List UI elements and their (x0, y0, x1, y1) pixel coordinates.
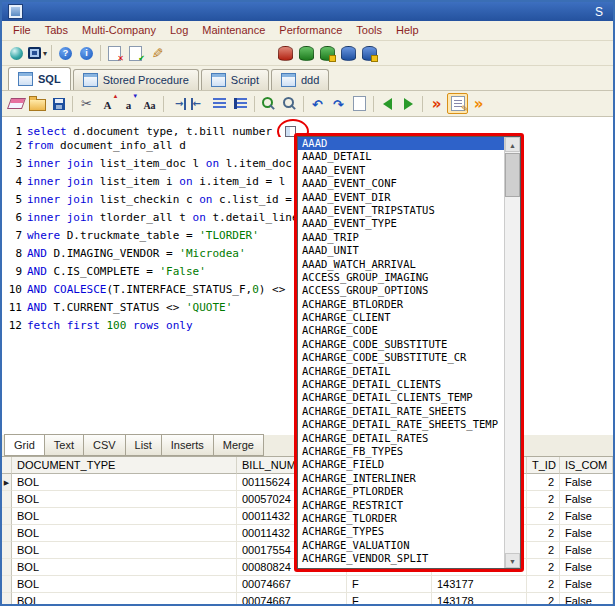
check-document-button[interactable] (125, 43, 146, 64)
autocomplete-item[interactable]: ACHARGE_VENDOR_SPLIT (298, 552, 504, 565)
eraser-button[interactable] (6, 93, 27, 114)
grid-cell: False (560, 542, 613, 559)
help-button[interactable]: ? (55, 43, 76, 64)
autocomplete-item[interactable]: ACHARGE_CLIENT (298, 311, 504, 324)
capitalize-button[interactable] (139, 93, 160, 114)
autocomplete-item[interactable]: ACHARGE_DETAIL_RATE_SHEETS_TEMP (298, 418, 504, 431)
autocomplete-item[interactable]: ACHARGE_RESTRICT (298, 499, 504, 512)
database-green-button[interactable] (296, 43, 317, 64)
nav-back-button[interactable] (377, 93, 398, 114)
autocomplete-item[interactable]: AAAD_EVENT_TRIPSTATUS (298, 204, 504, 217)
scroll-up-icon[interactable]: ▲ (505, 137, 520, 152)
grid-column-header[interactable]: IS_COM (560, 457, 613, 474)
menu-file[interactable]: File (6, 21, 38, 40)
autocomplete-item[interactable]: ACHARGE_INTERLINER (298, 472, 504, 485)
autocomplete-item[interactable]: AAAD_EVENT (298, 164, 504, 177)
autocomplete-item[interactable]: AAAD_TRIP (298, 231, 504, 244)
result-tab-grid[interactable]: Grid (4, 434, 45, 456)
autocomplete-item[interactable]: ACHARGE_TLORDER (298, 512, 504, 525)
outdent-button[interactable] (188, 93, 209, 114)
menu-tabs[interactable]: Tabs (38, 21, 75, 40)
result-tab-text[interactable]: Text (45, 434, 84, 456)
autocomplete-item[interactable]: ACHARGE_VALUATION (298, 539, 504, 552)
autocomplete-item[interactable]: ACHARGE_FB_TYPES (298, 445, 504, 458)
autocomplete-item[interactable]: ACHARGE_PTLORDER (298, 485, 504, 498)
tab-sql[interactable]: SQL (8, 67, 71, 90)
autocomplete-item[interactable]: ACHARGE_DETAIL (298, 365, 504, 378)
tab-ddd[interactable]: ddd (271, 69, 329, 90)
uppercase-button[interactable] (97, 93, 118, 114)
autocomplete-button[interactable] (447, 93, 468, 114)
autocomplete-item[interactable]: ACCESS_GROUP_OPTIONS (298, 284, 504, 297)
autocomplete-item[interactable]: AAAD_EVENT_DIR (298, 191, 504, 204)
grid-row[interactable]: BOL00074667F1431772False (2, 576, 613, 593)
save-button[interactable] (48, 93, 69, 114)
result-tab-csv[interactable]: CSV (84, 434, 126, 456)
autocomplete-item[interactable]: ACHARGE_TYPES (298, 525, 504, 538)
cut-button[interactable] (76, 93, 97, 114)
code-segment: where (27, 229, 60, 242)
database-refresh-button[interactable] (275, 43, 296, 64)
clear-document-button[interactable] (104, 43, 125, 64)
menu-tools[interactable]: Tools (349, 21, 389, 40)
result-tab-merge[interactable]: Merge (214, 434, 264, 456)
database-green-lock-button[interactable] (317, 43, 338, 64)
open-folder-button[interactable] (27, 93, 48, 114)
zoom-in-button[interactable] (258, 93, 279, 114)
lowercase-button[interactable] (118, 93, 139, 114)
code-segment: i.item_id = l (193, 175, 286, 188)
tab-script[interactable]: Script (201, 69, 269, 90)
database-blue-lock-button[interactable] (359, 43, 380, 64)
autocomplete-item[interactable]: ACHARGE_DETAIL_CLIENTS_TEMP (298, 391, 504, 404)
menu-maintenance[interactable]: Maintenance (195, 21, 272, 40)
autocomplete-item[interactable]: ACHARGE_CODE_SUBSTITUTE_CR (298, 351, 504, 364)
autocomplete-item[interactable]: ACHARGE_DETAIL_RATE_SHEETS (298, 405, 504, 418)
zoom-out-button[interactable] (279, 93, 300, 114)
autocomplete-item[interactable]: AAAD_DETAIL (298, 150, 504, 163)
autocomplete-item[interactable]: AAAD (298, 137, 504, 150)
run-all-button[interactable] (468, 93, 489, 114)
database-blue-button[interactable] (338, 43, 359, 64)
grid-column-header[interactable]: T_ID (527, 457, 560, 474)
numbered-list-button[interactable] (230, 93, 251, 114)
code-segment: tlorder_all t (93, 211, 192, 224)
autocomplete-item[interactable]: AAAD_EVENT_CONF (298, 177, 504, 190)
grid-row[interactable]: BOL00074667F1431782False (2, 593, 613, 606)
ddd-tab-icon (281, 73, 296, 87)
result-tab-list[interactable]: List (126, 434, 162, 456)
indent-button[interactable] (167, 93, 188, 114)
menu-multi-company[interactable]: Multi-Company (75, 21, 163, 40)
autocomplete-item[interactable]: AAAD_WATCH_ARRIVAL (298, 258, 504, 271)
list-button[interactable] (209, 93, 230, 114)
row-selector (2, 542, 12, 559)
autocomplete-item[interactable]: AAAD_EVENT_TYPE (298, 217, 504, 230)
redo-button[interactable] (328, 93, 349, 114)
new-page-button[interactable] (349, 93, 370, 114)
scroll-down-icon[interactable]: ▼ (505, 553, 520, 568)
nav-forward-button[interactable] (398, 93, 419, 114)
autocomplete-item[interactable]: ACHARGE_CODE (298, 324, 504, 337)
autocomplete-item[interactable]: ACHARGE_CODE_SUBSTITUTE (298, 338, 504, 351)
menu-help[interactable]: Help (389, 21, 426, 40)
row-selector (2, 593, 12, 606)
autocomplete-dropdown[interactable]: AAADAAAD_DETAILAAAD_EVENTAAAD_EVENT_CONF… (294, 133, 524, 572)
pen-button[interactable] (146, 43, 167, 64)
autocomplete-item[interactable]: ACHARGE_DETAIL_RATES (298, 432, 504, 445)
monitor-button[interactable]: ▾ (27, 43, 48, 64)
grid-column-header[interactable]: DOCUMENT_TYPE (12, 457, 237, 474)
connection-orb-button[interactable] (6, 43, 27, 64)
autocomplete-item[interactable]: ACHARGE_FIELD (298, 458, 504, 471)
result-tab-inserts[interactable]: Inserts (162, 434, 214, 456)
scroll-thumb[interactable] (505, 153, 520, 197)
autocomplete-item[interactable]: ACHARGE_DETAIL_CLIENTS (298, 378, 504, 391)
menu-log[interactable]: Log (163, 21, 195, 40)
autocomplete-item[interactable]: ACCESS_GROUP_IMAGING (298, 271, 504, 284)
run-to-button[interactable] (426, 93, 447, 114)
autocomplete-item[interactable]: ACHARGE_BTLORDER (298, 298, 504, 311)
autocomplete-item[interactable]: AAAD_UNIT (298, 244, 504, 257)
autocomplete-scrollbar[interactable]: ▲ ▼ (504, 137, 520, 568)
undo-button[interactable] (307, 93, 328, 114)
info-button[interactable]: i (76, 43, 97, 64)
menu-performance[interactable]: Performance (272, 21, 349, 40)
tab-stored-procedure[interactable]: Stored Procedure (73, 69, 199, 90)
